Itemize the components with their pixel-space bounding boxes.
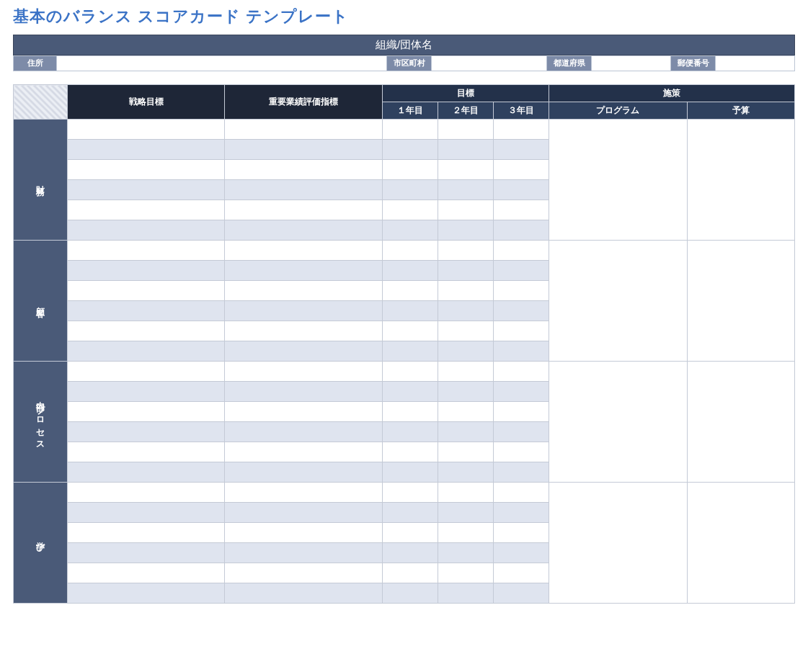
cell-budget[interactable] [687, 362, 794, 483]
cell-y1[interactable] [383, 321, 438, 341]
cell-y1[interactable] [383, 563, 438, 583]
cell-goal[interactable] [67, 442, 225, 462]
cell-kpi[interactable] [225, 402, 383, 422]
cell-kpi[interactable] [225, 241, 383, 261]
cell-y3[interactable] [493, 120, 549, 140]
cell-y2[interactable] [438, 462, 493, 483]
cell-goal[interactable] [67, 382, 225, 402]
cell-y2[interactable] [438, 261, 493, 281]
cell-y2[interactable] [438, 382, 493, 402]
prefecture-input[interactable] [592, 56, 671, 71]
cell-y3[interactable] [493, 503, 549, 523]
cell-kpi[interactable] [225, 462, 383, 483]
cell-goal[interactable] [67, 301, 225, 321]
cell-y1[interactable] [383, 261, 438, 281]
cell-y3[interactable] [493, 523, 549, 543]
cell-goal[interactable] [67, 120, 225, 140]
cell-kpi[interactable] [225, 503, 383, 523]
cell-kpi[interactable] [225, 120, 383, 140]
cell-y1[interactable] [383, 583, 438, 604]
cell-y2[interactable] [438, 160, 493, 180]
cell-y3[interactable] [493, 402, 549, 422]
cell-goal[interactable] [67, 281, 225, 301]
cell-goal[interactable] [67, 503, 225, 523]
cell-y1[interactable] [383, 362, 438, 382]
cell-y1[interactable] [383, 220, 438, 241]
cell-y1[interactable] [383, 120, 438, 140]
cell-y1[interactable] [383, 140, 438, 160]
cell-kpi[interactable] [225, 442, 383, 462]
cell-kpi[interactable] [225, 281, 383, 301]
cell-y2[interactable] [438, 180, 493, 200]
cell-y3[interactable] [493, 382, 549, 402]
cell-y2[interactable] [438, 483, 493, 503]
cell-y2[interactable] [438, 543, 493, 563]
cell-kpi[interactable] [225, 321, 383, 341]
cell-budget[interactable] [687, 483, 794, 604]
cell-goal[interactable] [67, 422, 225, 442]
cell-goal[interactable] [67, 160, 225, 180]
cell-y3[interactable] [493, 341, 549, 362]
cell-y2[interactable] [438, 341, 493, 362]
cell-y2[interactable] [438, 200, 493, 220]
cell-y2[interactable] [438, 281, 493, 301]
cell-y2[interactable] [438, 120, 493, 140]
cell-goal[interactable] [67, 462, 225, 483]
cell-goal[interactable] [67, 543, 225, 563]
postal-input[interactable] [716, 56, 795, 71]
cell-kpi[interactable] [225, 200, 383, 220]
cell-y3[interactable] [493, 321, 549, 341]
cell-y1[interactable] [383, 160, 438, 180]
cell-y1[interactable] [383, 402, 438, 422]
cell-program[interactable] [549, 120, 687, 241]
cell-goal[interactable] [67, 402, 225, 422]
cell-y2[interactable] [438, 220, 493, 241]
cell-y1[interactable] [383, 341, 438, 362]
cell-y2[interactable] [438, 503, 493, 523]
cell-y1[interactable] [383, 543, 438, 563]
cell-y1[interactable] [383, 523, 438, 543]
cell-y3[interactable] [493, 422, 549, 442]
cell-y3[interactable] [493, 281, 549, 301]
cell-y2[interactable] [438, 140, 493, 160]
cell-program[interactable] [549, 483, 687, 604]
cell-y2[interactable] [438, 563, 493, 583]
cell-y3[interactable] [493, 241, 549, 261]
cell-y3[interactable] [493, 442, 549, 462]
cell-kpi[interactable] [225, 362, 383, 382]
cell-goal[interactable] [67, 220, 225, 241]
cell-goal[interactable] [67, 200, 225, 220]
cell-kpi[interactable] [225, 382, 383, 402]
cell-y3[interactable] [493, 220, 549, 241]
address-input[interactable] [57, 56, 387, 71]
cell-y1[interactable] [383, 241, 438, 261]
cell-y2[interactable] [438, 362, 493, 382]
cell-y2[interactable] [438, 523, 493, 543]
cell-y3[interactable] [493, 462, 549, 483]
cell-y2[interactable] [438, 422, 493, 442]
cell-program[interactable] [549, 241, 687, 362]
city-input[interactable] [432, 56, 547, 71]
cell-y3[interactable] [493, 583, 549, 604]
cell-y2[interactable] [438, 402, 493, 422]
cell-y3[interactable] [493, 200, 549, 220]
cell-y2[interactable] [438, 583, 493, 604]
cell-y2[interactable] [438, 301, 493, 321]
cell-y1[interactable] [383, 442, 438, 462]
cell-goal[interactable] [67, 140, 225, 160]
cell-y1[interactable] [383, 301, 438, 321]
cell-goal[interactable] [67, 563, 225, 583]
cell-goal[interactable] [67, 261, 225, 281]
cell-y2[interactable] [438, 241, 493, 261]
cell-y1[interactable] [383, 180, 438, 200]
cell-y1[interactable] [383, 503, 438, 523]
cell-y3[interactable] [493, 483, 549, 503]
cell-budget[interactable] [687, 120, 794, 241]
cell-y3[interactable] [493, 543, 549, 563]
cell-y1[interactable] [383, 281, 438, 301]
cell-kpi[interactable] [225, 261, 383, 281]
cell-kpi[interactable] [225, 583, 383, 604]
cell-y3[interactable] [493, 180, 549, 200]
cell-y3[interactable] [493, 301, 549, 321]
cell-y1[interactable] [383, 382, 438, 402]
